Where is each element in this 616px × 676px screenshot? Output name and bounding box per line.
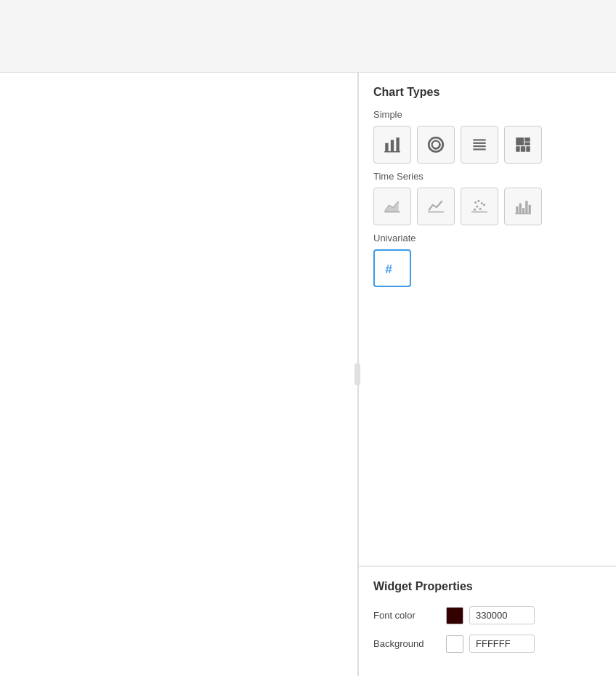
chart-types-section: Chart Types Simple xyxy=(359,73,616,567)
background-color-input[interactable] xyxy=(469,635,535,653)
left-panel xyxy=(0,73,358,676)
font-color-label: Font color xyxy=(373,610,446,621)
svg-rect-14 xyxy=(516,146,519,152)
widget-properties-section: Widget Properties Font color Background xyxy=(359,567,616,676)
top-bar xyxy=(0,0,616,73)
svg-point-6 xyxy=(432,141,440,149)
main-area: Chart Types Simple xyxy=(0,73,616,676)
chart-types-title: Chart Types xyxy=(373,86,601,99)
background-label: Background xyxy=(373,638,446,649)
svg-rect-2 xyxy=(396,137,399,152)
svg-point-4 xyxy=(429,137,443,152)
svg-rect-31 xyxy=(525,201,527,213)
svg-rect-30 xyxy=(522,208,524,214)
big-number-chart-button[interactable]: # xyxy=(373,249,411,287)
univariate-category-label: Univariate xyxy=(373,233,601,244)
svg-rect-1 xyxy=(391,140,394,152)
simple-category-label: Simple xyxy=(373,109,601,120)
svg-point-24 xyxy=(483,204,485,206)
treemap-chart-button[interactable] xyxy=(504,126,542,164)
svg-rect-29 xyxy=(519,204,522,214)
line-chart-button[interactable] xyxy=(417,188,455,225)
time-series-icons-row xyxy=(373,188,601,225)
svg-point-20 xyxy=(474,209,476,211)
svg-rect-28 xyxy=(516,206,518,214)
svg-rect-0 xyxy=(385,143,388,152)
right-panel: Chart Types Simple xyxy=(358,73,616,676)
simple-icons-row xyxy=(373,126,601,164)
area-chart-button[interactable] xyxy=(373,188,411,225)
svg-rect-11 xyxy=(516,137,524,145)
bar-time-chart-button[interactable] xyxy=(504,188,542,225)
svg-rect-15 xyxy=(521,146,526,152)
background-row: Background xyxy=(373,635,601,653)
svg-text:#: # xyxy=(385,262,392,276)
font-color-input[interactable] xyxy=(469,606,535,624)
font-color-row: Font color xyxy=(373,606,601,624)
bar-chart-button[interactable] xyxy=(373,126,411,164)
svg-rect-32 xyxy=(529,205,531,214)
panel-divider-handle[interactable] xyxy=(354,363,360,385)
svg-point-25 xyxy=(474,201,477,204)
svg-rect-12 xyxy=(524,137,530,141)
svg-rect-16 xyxy=(526,146,530,152)
widget-properties-title: Widget Properties xyxy=(373,580,601,593)
donut-chart-button[interactable] xyxy=(417,126,455,164)
scatter-chart-button[interactable] xyxy=(461,188,498,225)
svg-point-22 xyxy=(479,208,481,210)
font-color-swatch[interactable] xyxy=(446,607,463,624)
svg-point-21 xyxy=(476,205,478,207)
svg-point-23 xyxy=(481,202,483,204)
list-chart-button[interactable] xyxy=(461,126,498,164)
background-color-swatch[interactable] xyxy=(446,635,463,653)
time-series-category-label: Time Series xyxy=(373,171,601,182)
svg-rect-13 xyxy=(524,142,530,145)
univariate-icons-row: # xyxy=(373,249,601,287)
svg-point-26 xyxy=(477,200,479,202)
